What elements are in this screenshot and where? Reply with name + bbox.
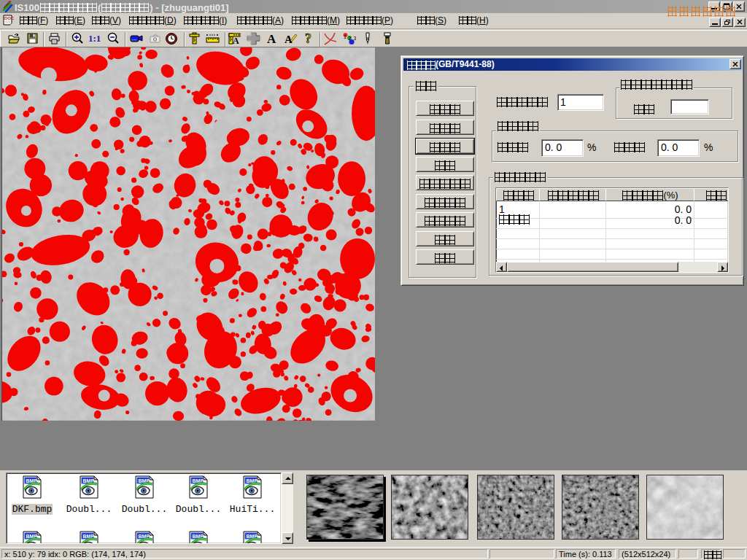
svg-text:1:1: 1:1 xyxy=(88,33,101,44)
svg-text:1: 1 xyxy=(344,34,347,39)
svg-text:DOC: DOC xyxy=(4,16,15,20)
svg-text:3: 3 xyxy=(354,36,357,41)
svg-text:A: A xyxy=(267,32,276,45)
svg-text:A: A xyxy=(233,36,239,45)
svg-text:?: ? xyxy=(305,32,311,45)
